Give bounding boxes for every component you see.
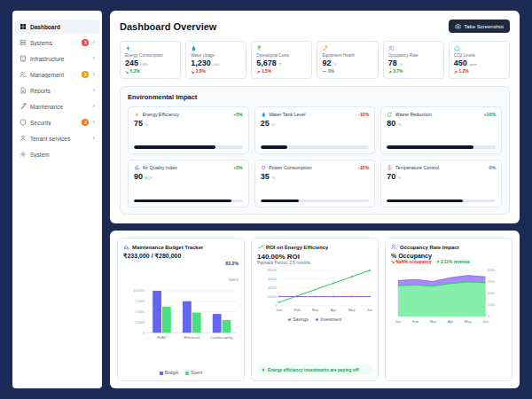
kpi-value: 245 kWh [125, 59, 176, 67]
svg-text:15000: 15000 [268, 295, 277, 299]
metric-change: -10% [358, 112, 369, 117]
kpi-card-energy-consumption: Energy Consumption 245 kWh ↘5.2% [120, 41, 181, 79]
sidebar-item-label: Reports [30, 88, 89, 94]
sidebar-item-maintenance[interactable]: Maintenance › [15, 99, 99, 113]
recycle-icon [387, 112, 393, 118]
svg-text:Mar: Mar [430, 320, 437, 325]
users-icon [20, 71, 27, 78]
budget-spent: 83.2%spent [225, 253, 239, 286]
svg-text:25000: 25000 [135, 321, 145, 325]
metric-value: 35 % [261, 172, 370, 181]
kpi-row: Energy Consumption 245 kWh ↘5.2% Water U… [120, 41, 510, 79]
sidebar-item-tenant-services[interactable]: Tenant services › [15, 131, 99, 145]
sidebar-item-systems[interactable]: Systems 3 › [15, 35, 99, 50]
legend-swatch [160, 372, 163, 375]
analytics-panel: Maintenance Budget Tracker ₹233,000 / ₹2… [110, 231, 520, 388]
progress-track [261, 145, 370, 149]
occupancy-stats: ↘ NaN% occupancy ↗ 2.11% revenue [391, 260, 506, 264]
svg-text:Feb: Feb [294, 308, 301, 312]
env-metric-power-consumption: Power Consumption-15% 35 % [254, 160, 376, 207]
metric-change: +5% [233, 112, 243, 117]
kpi-unit: % [399, 62, 403, 66]
kpi-value: 5,678 ₹ [256, 59, 307, 67]
kpi-title: Occupancy Rate [388, 53, 439, 58]
svg-text:Electrical: Electrical [184, 335, 200, 340]
svg-text:Jan: Jan [395, 320, 402, 325]
kpi-change: ↗1.2% [454, 69, 505, 74]
metric-change: 0% [489, 165, 497, 170]
metric-name: Water Tank Level [269, 112, 356, 117]
take-screenshot-button[interactable]: Take Screenshot [449, 20, 510, 33]
metric-change: +10% [484, 112, 496, 117]
users-icon [391, 244, 397, 250]
bolt-icon [261, 367, 266, 372]
progress-track [387, 145, 496, 149]
chevron-right-icon: › [92, 88, 95, 93]
metric-name: Energy Efficiency [143, 112, 231, 117]
kpi-change: ↗3.7% [388, 69, 439, 74]
sidebar-item-management[interactable]: Management 1 › [15, 67, 99, 82]
sidebar-item-label: Maintenance [30, 104, 89, 110]
sidebar-item-system[interactable]: System [15, 147, 99, 161]
roi-line-chart: 015000300004500060000JanFebMarAprMayJun [257, 267, 372, 314]
budget-bar-chart: 0250005000075000100000HVACElectricalLand… [123, 287, 239, 342]
card-title: Maintenance Budget Tracker [132, 245, 203, 250]
user-icon [20, 135, 27, 142]
sidebar-item-security[interactable]: Security 2 › [15, 115, 99, 129]
metric-name: Waste Reduction [395, 112, 481, 117]
sidebar-item-reports[interactable]: Reports › [15, 83, 99, 98]
roi-note: Energy efficiency investments are paying… [257, 364, 372, 375]
progress-fill [134, 145, 215, 149]
svg-text:0: 0 [488, 315, 489, 318]
env-metric-temperature-control: Temperature Control0% 70 % [380, 160, 502, 207]
svg-text:1500: 1500 [488, 303, 495, 307]
notification-badge: 1 [82, 71, 89, 78]
svg-text:HVAC: HVAC [157, 335, 168, 340]
environmental-impact-section: Environmental Impact Energy Efficiency+5… [120, 86, 510, 215]
rupee-icon [256, 45, 262, 51]
env-metric-water-tank-level: Water Tank Level-10% 25 % [254, 106, 376, 154]
sidebar-item-label: Tenant services [30, 136, 89, 142]
maintenance-budget-card: Maintenance Budget Tracker ₹233,000 / ₹2… [117, 238, 245, 381]
svg-text:Jun: Jun [367, 308, 372, 312]
page-title: Dashboard Overview [120, 21, 216, 32]
trend-arrow-icon: ↘ [191, 69, 194, 74]
metric-value: 80 % [387, 119, 496, 128]
svg-text:Apr: Apr [331, 308, 337, 312]
kpi-change: ↘5.2% [125, 69, 176, 74]
kpi-card-co2-levels: CO2 Levels 450 ppm ↗1.2% [449, 41, 510, 79]
server-icon [20, 39, 27, 46]
sidebar-item-infrastructure[interactable]: Infrastructure › [15, 51, 99, 66]
kpi-card-water-usage: Water Usage 1,230 Gal ↘2.8% [185, 41, 246, 79]
kpi-title: Operational Costs [256, 53, 307, 58]
notification-badge: 3 [82, 39, 89, 46]
svg-text:Mar: Mar [312, 308, 319, 312]
svg-text:75000: 75000 [135, 300, 145, 303]
chevron-right-icon: › [92, 120, 95, 125]
trend-arrow-icon: ↗ [454, 69, 458, 74]
sidebar-item-label: Infrastructure [30, 56, 89, 62]
sidebar-item-dashboard[interactable]: Dashboard [15, 20, 99, 34]
page-header: Dashboard Overview Take Screenshot [120, 20, 510, 33]
card-title: ROI on Energy Efficiency [266, 245, 328, 250]
take-screenshot-label: Take Screenshot [464, 24, 504, 29]
metric-value: 70 % [387, 172, 496, 181]
sidebar-item-label: System [30, 152, 95, 158]
app-window: Dashboard Systems 3 › Infrastructure › M… [0, 0, 532, 399]
progress-track [134, 145, 243, 149]
metric-name: Temperature Control [395, 165, 487, 170]
metric-name: Power Consumption [269, 165, 356, 170]
svg-text:Jan: Jan [276, 308, 282, 312]
svg-text:4500: 4500 [488, 280, 495, 284]
payback-period: Payback Period: 2.5 months [257, 261, 372, 265]
budget-legend: Budget Spent [123, 369, 239, 375]
kpi-title: Energy Consumption [125, 53, 176, 58]
chevron-right-icon: › [92, 72, 95, 77]
plug-icon [261, 165, 267, 171]
svg-text:3000: 3000 [488, 292, 495, 295]
droplet-icon [261, 112, 267, 118]
kpi-value: 1,230 Gal [191, 59, 241, 67]
kpi-unit: ₹ [278, 62, 281, 66]
kpi-change: ↘2.8% [191, 69, 241, 74]
svg-text:100000: 100000 [133, 289, 145, 293]
